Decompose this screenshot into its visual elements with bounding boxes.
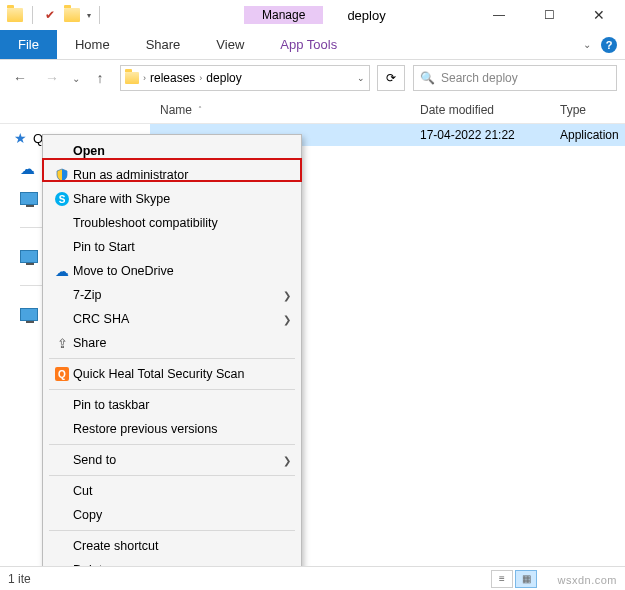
folder-icon: [7, 8, 23, 22]
ctx-open-label: Open: [73, 144, 291, 158]
chevron-right-icon: ›: [143, 73, 146, 83]
ctx-send-to-label: Send to: [73, 453, 283, 467]
qat-properties-button[interactable]: ✔: [41, 6, 59, 24]
chevron-right-icon: ›: [199, 73, 202, 83]
ctx-restore-prev-label: Restore previous versions: [73, 422, 291, 436]
ctx-restore-prev[interactable]: Restore previous versions: [45, 417, 299, 441]
column-name[interactable]: Name ˄: [160, 103, 420, 117]
ctx-send-to[interactable]: Send to ❯: [45, 448, 299, 472]
separator: [20, 285, 42, 286]
breadcrumb-releases[interactable]: releases: [150, 71, 195, 85]
this-pc-icon[interactable]: [20, 250, 38, 263]
quickheal-icon: Q: [55, 367, 69, 381]
chevron-right-icon: ❯: [283, 290, 291, 301]
recent-locations-caret[interactable]: ⌄: [72, 73, 80, 84]
window-controls: — ☐ ✕: [479, 1, 619, 29]
share-icon: ⇪: [57, 336, 68, 351]
star-icon: ★: [14, 130, 27, 146]
contextual-tab-manage[interactable]: Manage: [244, 6, 323, 24]
ctx-7zip[interactable]: 7-Zip ❯: [45, 283, 299, 307]
this-pc-icon[interactable]: [20, 192, 38, 205]
search-input[interactable]: 🔍 Search deploy: [413, 65, 617, 91]
file-tab[interactable]: File: [0, 30, 57, 59]
ctx-share-skype-label: Share with Skype: [73, 192, 291, 206]
ctx-crc-sha[interactable]: CRC SHA ❯: [45, 307, 299, 331]
column-headers: Name ˄ Date modified Type: [0, 96, 625, 124]
ctx-create-shortcut[interactable]: Create shortcut: [45, 534, 299, 558]
skype-icon: S: [55, 192, 69, 206]
title-bar: ✔ ▾ Manage deploy — ☐ ✕: [0, 0, 625, 30]
breadcrumb-deploy[interactable]: deploy: [206, 71, 241, 85]
search-placeholder: Search deploy: [441, 71, 518, 85]
ctx-quickheal[interactable]: Q Quick Heal Total Security Scan: [45, 362, 299, 386]
column-date-modified[interactable]: Date modified: [420, 103, 560, 117]
ctx-crc-sha-label: CRC SHA: [73, 312, 283, 326]
ctx-troubleshoot[interactable]: Troubleshoot compatibility: [45, 211, 299, 235]
app-icon[interactable]: [6, 6, 24, 24]
window-title: deploy: [347, 8, 385, 23]
maximize-button[interactable]: ☐: [529, 1, 569, 29]
shield-icon: [55, 168, 69, 182]
column-name-label: Name: [160, 103, 192, 117]
ctx-create-shortcut-label: Create shortcut: [73, 539, 291, 553]
address-dropdown-caret[interactable]: ⌄: [357, 73, 365, 83]
file-date-cell: 17-04-2022 21:22: [420, 128, 560, 142]
home-tab[interactable]: Home: [57, 30, 128, 59]
forward-button[interactable]: →: [40, 66, 64, 90]
up-button[interactable]: ↑: [88, 66, 112, 90]
separator: [49, 358, 295, 359]
separator: [99, 6, 100, 24]
ctx-pin-start-label: Pin to Start: [73, 240, 291, 254]
separator: [49, 530, 295, 531]
ctx-pin-taskbar[interactable]: Pin to taskbar: [45, 393, 299, 417]
separator: [49, 444, 295, 445]
view-tab[interactable]: View: [198, 30, 262, 59]
ctx-pin-start[interactable]: Pin to Start: [45, 235, 299, 259]
ctx-copy[interactable]: Copy: [45, 503, 299, 527]
sort-caret-icon: ˄: [198, 105, 202, 114]
view-large-icons-button[interactable]: ▦: [515, 570, 537, 588]
back-button[interactable]: ←: [8, 66, 32, 90]
ctx-move-onedrive-label: Move to OneDrive: [73, 264, 291, 278]
ctx-cut-label: Cut: [73, 484, 291, 498]
qat-customize-caret[interactable]: ▾: [87, 11, 91, 20]
search-icon: 🔍: [420, 71, 435, 85]
context-menu: Open Run as administrator S Share with S…: [42, 134, 302, 590]
ctx-move-onedrive[interactable]: ☁ Move to OneDrive: [45, 259, 299, 283]
view-toggles: ≡ ▦: [491, 570, 537, 588]
ctx-cut[interactable]: Cut: [45, 479, 299, 503]
navigation-bar: ← → ⌄ ↑ › releases › deploy ⌄ ⟳ 🔍 Search…: [0, 60, 625, 96]
separator: [49, 389, 295, 390]
column-type[interactable]: Type: [560, 103, 625, 117]
ctx-share-skype[interactable]: S Share with Skype: [45, 187, 299, 211]
app-tools-tab[interactable]: App Tools: [262, 30, 355, 59]
separator: [49, 475, 295, 476]
ribbon-tabs: File Home Share View App Tools ⌄ ?: [0, 30, 625, 60]
minimize-button[interactable]: —: [479, 1, 519, 29]
network-icon[interactable]: [20, 308, 38, 321]
checkmark-icon: ✔: [45, 8, 55, 22]
status-item-count: 1 ite: [8, 572, 31, 586]
help-icon[interactable]: ?: [601, 37, 617, 53]
close-button[interactable]: ✕: [579, 1, 619, 29]
watermark: wsxdn.com: [557, 574, 617, 586]
file-type-cell: Application: [560, 128, 619, 142]
ctx-run-as-admin-label: Run as administrator: [73, 168, 291, 182]
status-bar: 1 ite ≡ ▦: [0, 566, 625, 590]
view-details-button[interactable]: ≡: [491, 570, 513, 588]
ctx-troubleshoot-label: Troubleshoot compatibility: [73, 216, 291, 230]
ctx-open[interactable]: Open: [45, 139, 299, 163]
chevron-right-icon: ❯: [283, 455, 291, 466]
quick-access-toolbar: ✔ ▾: [6, 6, 104, 24]
folder-icon: [125, 72, 139, 84]
address-bar[interactable]: › releases › deploy ⌄: [120, 65, 370, 91]
qat-new-folder-button[interactable]: [63, 6, 81, 24]
ctx-7zip-label: 7-Zip: [73, 288, 283, 302]
ctx-run-as-admin[interactable]: Run as administrator: [45, 163, 299, 187]
ctx-share[interactable]: ⇪ Share: [45, 331, 299, 355]
refresh-button[interactable]: ⟳: [377, 65, 405, 91]
ribbon-collapse-icon[interactable]: ⌄: [583, 39, 591, 50]
separator: [20, 227, 42, 228]
share-tab[interactable]: Share: [128, 30, 199, 59]
separator: [32, 6, 33, 24]
